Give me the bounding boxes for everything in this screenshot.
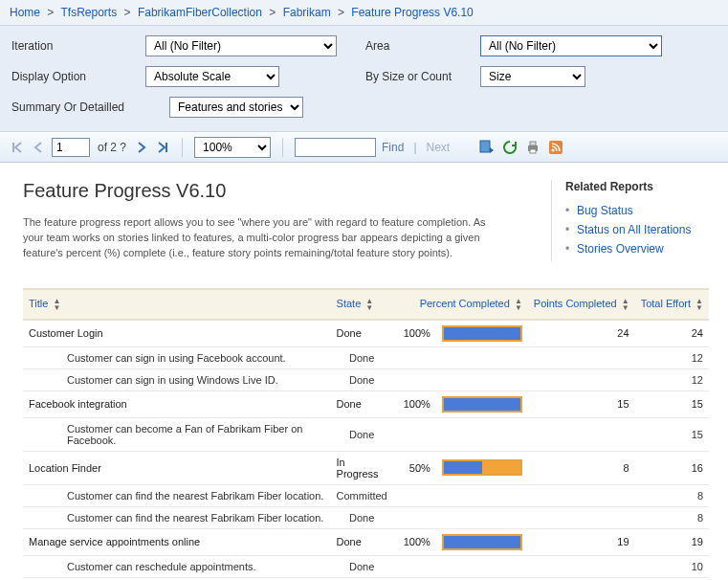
- story-row: Customer can sign in using Facebook acco…: [23, 346, 709, 368]
- row-total-effort: 12: [635, 346, 709, 368]
- row-state: Done: [331, 368, 393, 390]
- row-state: Done: [331, 320, 393, 347]
- data-feed-icon[interactable]: [547, 139, 564, 156]
- first-page-icon[interactable]: [10, 140, 25, 155]
- row-state: Done: [331, 528, 393, 555]
- area-label: Area: [365, 39, 480, 53]
- next-page-icon[interactable]: [134, 140, 149, 155]
- summary-or-detail-select[interactable]: Features and stories: [169, 97, 303, 118]
- row-points-completed: [528, 555, 635, 577]
- report-description: The feature progress report allows you t…: [23, 215, 501, 261]
- row-state: Committed: [331, 484, 393, 506]
- row-total-effort: 8: [635, 506, 709, 528]
- display-option-select[interactable]: Absolute Scale: [145, 66, 279, 87]
- row-state: Done: [331, 417, 393, 451]
- breadcrumb-link[interactable]: FabrikamFiberCollection: [138, 6, 262, 19]
- column-header-percent[interactable]: Percent Completed ▲▼: [393, 290, 528, 320]
- page-number-input[interactable]: [52, 138, 90, 157]
- row-percent: 100%: [393, 390, 436, 417]
- iteration-label: Iteration: [11, 39, 145, 53]
- feature-row: Customer LoginDone100%2424: [23, 320, 709, 347]
- row-progress-bar-cell: [436, 528, 528, 555]
- sort-icon: ▲▼: [622, 298, 629, 311]
- row-points-completed: 8: [528, 451, 635, 484]
- row-progress-bar-cell: [436, 451, 528, 484]
- row-progress-bar-cell: [436, 417, 528, 451]
- iteration-select[interactable]: All (No Filter): [145, 35, 337, 56]
- row-title: Customer can sign in using Facebook acco…: [23, 346, 331, 368]
- row-total-effort: 16: [635, 451, 709, 484]
- sort-icon: ▲▼: [695, 298, 703, 311]
- breadcrumb-link[interactable]: Fabrikam: [283, 6, 331, 19]
- row-total-effort: 8: [635, 484, 709, 506]
- row-total-effort: 12: [635, 368, 709, 390]
- row-points-completed: [528, 368, 635, 390]
- column-header-points[interactable]: Points Completed ▲▼: [528, 290, 635, 320]
- row-points-completed: 24: [528, 320, 635, 347]
- sort-icon: ▲▼: [515, 298, 522, 311]
- row-progress-bar-cell: [436, 390, 528, 417]
- row-points-completed: 19: [528, 528, 635, 555]
- last-page-icon[interactable]: [155, 140, 170, 155]
- row-title: Customer Login: [23, 320, 331, 347]
- story-row: Customer can find the nearest Fabrikam F…: [23, 506, 709, 528]
- row-percent: [393, 506, 436, 528]
- row-points-completed: [528, 484, 635, 506]
- area-select[interactable]: All (No Filter): [480, 35, 662, 56]
- print-icon[interactable]: [524, 139, 541, 156]
- breadcrumb-link[interactable]: Home: [10, 6, 40, 19]
- row-state: Done: [331, 506, 393, 528]
- prev-page-icon[interactable]: [31, 140, 46, 155]
- row-progress-bar-cell: [436, 484, 528, 506]
- svg-rect-2: [530, 142, 536, 145]
- progress-bar: [442, 396, 522, 413]
- breadcrumb-current: Feature Progress V6.10: [351, 6, 473, 19]
- row-progress-bar-cell: [436, 368, 528, 390]
- report-toolbar: of 2 ? 100% Find | Next: [0, 132, 728, 163]
- zoom-select[interactable]: 100%: [194, 137, 271, 158]
- breadcrumb-link[interactable]: TfsReports: [61, 6, 118, 19]
- column-header-title[interactable]: Title ▲▼: [23, 290, 331, 320]
- column-header-effort[interactable]: Total Effort ▲▼: [635, 290, 709, 320]
- row-title: Customer can sign in using Windows Live …: [23, 368, 331, 390]
- row-title: Customer can find the nearest Fabrikam F…: [23, 484, 331, 506]
- feature-progress-grid: Title ▲▼ State ▲▼ Percent Completed ▲▼ P…: [23, 288, 709, 580]
- row-percent: 100%: [393, 528, 436, 555]
- row-title: Customer can find the nearest Fabrikam F…: [23, 506, 331, 528]
- related-report-link[interactable]: Stories Overview: [577, 242, 664, 256]
- progress-bar-fill: [444, 327, 520, 340]
- progress-bar-fill: [444, 536, 520, 548]
- breadcrumb-sep: >: [338, 6, 344, 19]
- row-points-completed: [528, 346, 635, 368]
- sort-icon: ▲▼: [53, 298, 60, 311]
- row-progress-bar-cell: [436, 346, 528, 368]
- feature-row: Location FinderIn Progress50%816: [23, 451, 709, 484]
- row-percent: 100%: [393, 320, 436, 347]
- by-size-or-count-select[interactable]: Size: [480, 66, 585, 87]
- export-icon[interactable]: [478, 139, 496, 156]
- display-option-label: Display Option: [11, 70, 145, 83]
- related-reports-heading: Related Reports: [565, 180, 709, 193]
- svg-point-5: [552, 149, 555, 152]
- summary-or-detail-label: Summary Or Detailled: [11, 100, 169, 114]
- progress-bar: [442, 459, 522, 476]
- find-input[interactable]: [295, 138, 376, 157]
- row-percent: [393, 346, 436, 368]
- parameter-panel: Iteration All (No Filter) Area All (No F…: [0, 26, 728, 132]
- row-points-completed: [528, 506, 635, 528]
- svg-rect-0: [480, 141, 490, 152]
- related-report-link[interactable]: Status on All Iterations: [577, 223, 691, 236]
- related-report-link[interactable]: Bug Status: [577, 204, 633, 217]
- find-next-button[interactable]: Next: [427, 141, 451, 154]
- toolbar-separator: [182, 138, 183, 157]
- svg-rect-3: [530, 149, 536, 153]
- story-row: Customer can sign in using Windows Live …: [23, 368, 709, 390]
- row-points-completed: 15: [528, 390, 635, 417]
- refresh-icon[interactable]: [501, 139, 518, 156]
- find-button[interactable]: Find: [382, 141, 404, 154]
- row-state: Done: [331, 346, 393, 368]
- column-header-state[interactable]: State ▲▼: [331, 290, 393, 320]
- row-percent: [393, 555, 436, 577]
- progress-bar-fill: [444, 461, 482, 474]
- row-title: Customer can become a Fan of Fabrikam Fi…: [23, 417, 331, 451]
